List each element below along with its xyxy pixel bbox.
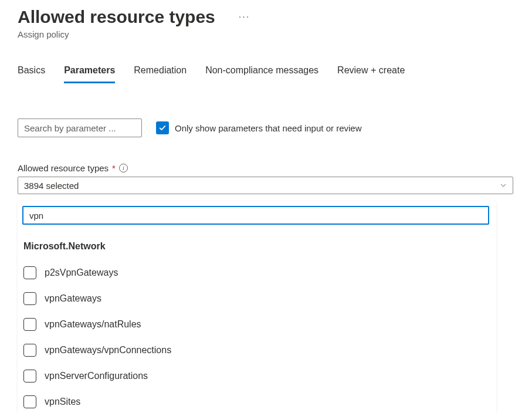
option-row[interactable]: vpnServerConfigurations (22, 363, 492, 389)
option-label: vpnGateways/vpnConnections (45, 345, 171, 356)
option-row[interactable]: vpnSites (22, 389, 492, 413)
search-input[interactable] (18, 119, 142, 137)
resource-types-select[interactable]: 3894 selected (18, 177, 513, 194)
tab-bar: Basics Parameters Remediation Non-compli… (18, 65, 514, 83)
option-label: p2sVpnGateways (45, 268, 118, 278)
only-show-toggle[interactable]: Only show parameters that need input or … (156, 121, 362, 134)
more-actions-icon[interactable]: ··· (227, 12, 250, 22)
option-label: vpnGateways (45, 293, 101, 304)
info-icon[interactable]: i (119, 164, 128, 172)
option-row[interactable]: vpnGateways/natRules (22, 312, 492, 337)
checkbox-unchecked-icon (23, 318, 36, 331)
tab-remediation[interactable]: Remediation (134, 65, 187, 83)
option-label: vpnServerConfigurations (45, 371, 148, 381)
option-row[interactable]: vpnGateways/vpnConnections (22, 337, 492, 363)
option-label: vpnGateways/natRules (45, 319, 141, 330)
dropdown-filter-input[interactable] (22, 206, 489, 225)
page-subtitle: Assign policy (18, 29, 514, 39)
option-row[interactable]: vpnGateways (22, 286, 492, 312)
controls-row: Only show parameters that need input or … (18, 119, 514, 137)
checkbox-checked-icon (156, 121, 169, 134)
option-list: p2sVpnGateways vpnGateways vpnGateways/n… (22, 260, 492, 413)
checkbox-unchecked-icon (23, 266, 36, 279)
page-header: Allowed resource types ··· (18, 7, 514, 27)
dropdown-panel: Microsoft.Network p2sVpnGateways vpnGate… (18, 201, 496, 413)
tab-noncompliance[interactable]: Non-compliance messages (205, 65, 318, 83)
option-row[interactable]: p2sVpnGateways (22, 260, 492, 286)
chevron-down-icon (500, 182, 507, 189)
field-label: Allowed resource types (18, 163, 109, 173)
page-title: Allowed resource types (18, 7, 215, 27)
checkbox-unchecked-icon (23, 370, 36, 382)
checkbox-unchecked-icon (23, 395, 36, 408)
tab-parameters[interactable]: Parameters (64, 65, 115, 83)
dropdown-group-title: Microsoft.Network (23, 241, 492, 252)
field-label-row: Allowed resource types * i (18, 163, 514, 173)
checkbox-unchecked-icon (23, 344, 36, 357)
required-star-icon: * (112, 163, 116, 173)
tab-basics[interactable]: Basics (18, 65, 45, 83)
select-value: 3894 selected (24, 181, 79, 191)
only-show-label: Only show parameters that need input or … (175, 123, 362, 133)
tab-review-create[interactable]: Review + create (337, 65, 405, 83)
checkbox-unchecked-icon (23, 292, 36, 305)
option-label: vpnSites (45, 397, 80, 407)
